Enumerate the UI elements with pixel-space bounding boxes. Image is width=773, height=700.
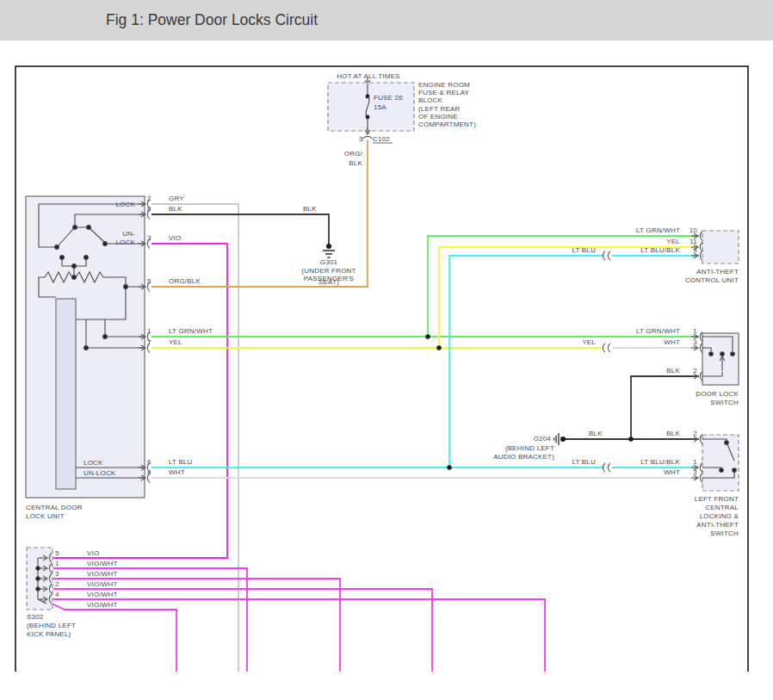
door-lock-switch-name: SWITCH	[710, 399, 739, 406]
fuse-block-location: COMPARTMENT)	[418, 121, 476, 128]
pin-number: 1	[693, 458, 697, 466]
unlock-label: UN-	[122, 230, 135, 238]
pin-number: 3	[693, 338, 697, 346]
central-unit-name: CENTRAL DOOR	[26, 504, 83, 511]
wire-name: LT BLU/BLK	[640, 458, 680, 466]
wire-vio-wht-1	[53, 568, 247, 672]
wire-name: BLK	[589, 430, 603, 437]
wire-name: WHT	[169, 468, 185, 476]
ground-icon	[323, 251, 335, 257]
pin-number: 1	[55, 560, 59, 567]
pin-number: 7	[147, 338, 152, 346]
wire-name: BLK	[666, 430, 680, 437]
fuse-name: FUSE 26	[374, 94, 403, 102]
pin-number: 4	[55, 591, 59, 598]
wire-name: LT BLU	[572, 246, 596, 254]
lock-label: LOCK	[83, 459, 103, 467]
wire-name: YEL	[582, 338, 596, 346]
org-blk-wire-label: BLK	[349, 159, 362, 167]
fuse-block-name: FUSE & RELAY	[418, 89, 470, 96]
left-front-switch-name: ANTI-THEFT	[696, 521, 739, 529]
pin-number: 2	[147, 195, 152, 202]
wire-name: YEL	[666, 238, 680, 245]
wire-name: GRY	[169, 195, 184, 202]
wire-name: YEL	[169, 338, 182, 346]
anti-theft-name: CONTROL UNIT	[685, 276, 739, 284]
pin-number: 1	[147, 327, 152, 335]
ground-icon	[326, 244, 331, 249]
pin-number: 11	[690, 238, 697, 245]
fuse-block-location: OF ENGINE	[418, 113, 458, 121]
wire-name: VIO/WHT	[87, 580, 118, 588]
lock-label: LOCK	[115, 201, 135, 208]
wire-name: BLK	[169, 205, 182, 213]
splice-id: S302	[27, 613, 44, 621]
wire-name: VIO/WHT	[87, 591, 118, 598]
splice-location: (BEHIND LEFT	[27, 622, 76, 629]
ground-id: G204	[534, 435, 552, 443]
left-front-switch-name: SWITCH	[710, 530, 739, 537]
junction-dot	[447, 465, 452, 470]
fuse-block-location: (LEFT REAR	[418, 105, 461, 113]
wires	[50, 140, 699, 672]
wire-name: ORG/BLK	[169, 277, 201, 285]
wire-name: BLK	[303, 205, 317, 213]
door-lock-switch: 1 3 2 LT GRN/WHT WHT BLK YEL DOOR LOCK S…	[582, 327, 739, 406]
wire-name: LT GRN/WHT	[636, 327, 680, 335]
hot-label: HOT AT ALL TIMES	[337, 72, 399, 80]
left-front-switch-name: CENTRAL	[705, 504, 739, 511]
wire-name: VIO/WHT	[87, 570, 118, 578]
unlock-label: UN-LOCK	[83, 469, 116, 477]
ground-icon	[554, 433, 560, 445]
junction-dot	[628, 437, 634, 442]
junction-dot	[436, 345, 442, 350]
junction-dot	[425, 334, 430, 339]
pin-number: 2	[693, 430, 697, 437]
c102-connector-link[interactable]: C102	[373, 135, 390, 143]
wire-name: LT BLU/BLK	[640, 246, 680, 254]
pin-number: 9	[693, 246, 697, 254]
pin-number: 3	[147, 234, 152, 242]
ground-location: SEAT)	[318, 278, 339, 286]
fuse-block-name: BLOCK	[418, 96, 443, 104]
splice-s302: 5 1 3 2 4 VIO VIO/WHT VIO/WHT VIO/WHT VI…	[27, 548, 118, 638]
wire-name: WHT	[664, 468, 680, 476]
c102-pin-number: 3	[359, 135, 363, 143]
ground-location: (BEHIND LEFT	[505, 444, 554, 452]
wire-lt-blu-branch	[449, 256, 604, 468]
circuit-diagram: HOT AT ALL TIMES FUSE 26 15A ENGINE ROOM…	[0, 40, 773, 700]
anti-theft-box	[702, 231, 739, 263]
pin-number: 5	[55, 549, 59, 557]
left-front-central-locking-switch: 2 1 3 BLK LT BLU/BLK WHT LT BLU LEFT FRO…	[572, 430, 739, 537]
fuse-block-box	[328, 83, 414, 131]
wire-name: LT BLU	[169, 458, 193, 466]
wire-blk-doorlock	[631, 376, 699, 439]
ground-icon	[560, 437, 566, 442]
pin-number: 3	[693, 468, 697, 476]
ground-location: AUDIO BRACKET)	[493, 453, 554, 461]
pin-number: 2	[693, 367, 697, 375]
wire-name: VIO/WHT	[87, 601, 118, 609]
wire-name: BLK	[666, 367, 680, 375]
left-front-switch-name: LOCKING &	[700, 512, 739, 520]
wire-name: VIO	[87, 549, 99, 557]
wire-gry	[152, 204, 238, 672]
pin-number: 3	[55, 570, 59, 578]
ground-location: (UNDER FRONT	[301, 267, 356, 275]
splice-location: KICK PANEL)	[27, 630, 71, 638]
ground-g204: G204 (BEHIND LEFT AUDIO BRACKET) BLK	[493, 430, 603, 461]
org-blk-wire-label: ORG/	[344, 150, 363, 158]
ground-id: G301	[320, 258, 338, 266]
fuse-rating: 15A	[374, 103, 386, 111]
pin-number: 5	[147, 277, 152, 285]
anti-theft-name: ANTI-THEFT	[696, 268, 739, 276]
pin-number: 1	[693, 327, 697, 335]
wire-name: VIO/WHT	[87, 560, 118, 567]
wiring-diagram-page: Fig 1: Power Door Locks Circuit	[0, 0, 773, 700]
pin-number: 8	[147, 205, 152, 213]
unlock-label: LOCK	[115, 238, 135, 246]
figure-title-bar: Fig 1: Power Door Locks Circuit	[0, 0, 773, 40]
pin-number: 2	[55, 580, 59, 588]
wire-name: VIO	[169, 234, 181, 242]
wire-name: LT GRN/WHT	[169, 327, 213, 335]
